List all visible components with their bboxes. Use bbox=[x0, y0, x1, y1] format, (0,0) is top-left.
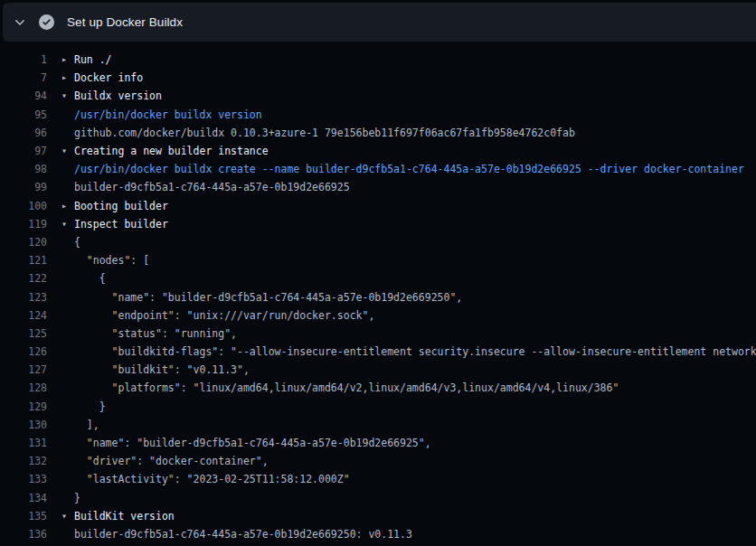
log-line[interactable]: 135 ▾ BuildKit version bbox=[0, 507, 756, 525]
log-line: 126 "buildkitd-flags": "--allow-insecure… bbox=[0, 343, 756, 361]
line-text: "platforms": "linux/amd64,linux/amd64/v2… bbox=[74, 381, 756, 394]
line-text: "lastActivity": "2023-02-25T11:58:12.000… bbox=[74, 473, 756, 485]
line-text: Inspect builder bbox=[74, 218, 756, 231]
line-number[interactable]: 133 bbox=[0, 473, 47, 485]
log-line: 136 builder-d9cfb5a1-c764-445a-a57e-0b19… bbox=[0, 525, 756, 543]
log-line[interactable]: 100 ▸ Booting builder bbox=[0, 197, 756, 215]
line-text: { bbox=[74, 236, 756, 249]
line-number[interactable]: 96 bbox=[0, 127, 47, 139]
line-number[interactable]: 120 bbox=[0, 236, 47, 249]
log-line: 133 "lastActivity": "2023-02-25T11:58:12… bbox=[0, 470, 756, 488]
line-number[interactable]: 99 bbox=[0, 181, 47, 193]
log-line: 95 /usr/bin/docker buildx version bbox=[0, 106, 756, 124]
line-text: Booting builder bbox=[74, 200, 756, 212]
group-collapsed-icon[interactable]: ▸ bbox=[61, 51, 74, 69]
group-collapsed-icon[interactable]: ▸ bbox=[61, 69, 74, 87]
line-text: github.com/docker/buildx 0.10.3+azure-1 … bbox=[74, 127, 756, 139]
line-number[interactable]: 123 bbox=[0, 291, 47, 304]
group-expanded-icon[interactable]: ▾ bbox=[61, 142, 74, 160]
line-text: } bbox=[74, 400, 756, 413]
log-line: 125 "status": "running", bbox=[0, 325, 756, 343]
line-number[interactable]: 119 bbox=[0, 218, 47, 231]
line-number[interactable]: 97 bbox=[0, 145, 47, 157]
log-line[interactable]: 97 ▾ Creating a new builder instance bbox=[0, 142, 756, 160]
step-title: Set up Docker Buildx bbox=[67, 15, 183, 29]
line-text: "driver": "docker-container", bbox=[74, 455, 756, 467]
line-text: /usr/bin/docker buildx create --name bui… bbox=[74, 163, 756, 175]
log-line: 132 "driver": "docker-container", bbox=[0, 452, 756, 470]
line-number[interactable]: 121 bbox=[0, 254, 47, 267]
line-number[interactable]: 135 bbox=[0, 510, 47, 522]
line-text: Docker info bbox=[74, 71, 756, 84]
check-circle-icon bbox=[39, 14, 54, 30]
line-text: Creating a new builder instance bbox=[74, 145, 756, 157]
line-number[interactable]: 132 bbox=[0, 455, 47, 467]
line-number[interactable]: 98 bbox=[0, 163, 47, 175]
line-number[interactable]: 126 bbox=[0, 345, 47, 358]
line-text: "buildkitd-flags": "--allow-insecure-ent… bbox=[74, 345, 756, 358]
log-line: 122 { bbox=[0, 269, 756, 287]
log-line: 124 "endpoint": "unix:///var/run/docker.… bbox=[0, 306, 756, 325]
line-number[interactable]: 127 bbox=[0, 363, 47, 376]
line-number[interactable]: 129 bbox=[0, 400, 47, 413]
line-number[interactable]: 1 bbox=[0, 53, 47, 66]
line-text: "buildkit": "v0.11.3", bbox=[74, 363, 756, 376]
log-line: 127 "buildkit": "v0.11.3", bbox=[0, 361, 756, 379]
line-number[interactable]: 100 bbox=[0, 200, 47, 212]
log-line: 134 } bbox=[0, 489, 756, 507]
log-line[interactable]: 119 ▾ Inspect builder bbox=[0, 215, 756, 233]
log-line[interactable]: 1 ▸ Run ./ bbox=[0, 51, 756, 69]
group-expanded-icon[interactable]: ▾ bbox=[61, 87, 74, 105]
log-line: 129 } bbox=[0, 398, 756, 416]
line-number[interactable]: 125 bbox=[0, 327, 47, 340]
line-number[interactable]: 131 bbox=[0, 437, 47, 449]
line-text: BuildKit version bbox=[74, 510, 756, 522]
line-number[interactable]: 128 bbox=[0, 381, 47, 394]
line-text: { bbox=[74, 272, 756, 285]
log-line: 131 "name": "builder-d9cfb5a1-c764-445a-… bbox=[0, 434, 756, 452]
line-text: "endpoint": "unix:///var/run/docker.sock… bbox=[74, 309, 756, 322]
line-text: "nodes": [ bbox=[74, 254, 756, 267]
line-text: } bbox=[74, 492, 756, 504]
line-number[interactable]: 94 bbox=[0, 89, 47, 102]
line-text: "name": "builder-d9cfb5a1-c764-445a-a57e… bbox=[74, 437, 756, 449]
log-line: 96 github.com/docker/buildx 0.10.3+azure… bbox=[0, 124, 756, 142]
line-text: ], bbox=[74, 419, 756, 431]
group-collapsed-icon[interactable]: ▸ bbox=[61, 197, 74, 215]
log-line: 99 builder-d9cfb5a1-c764-445a-a57e-0b19d… bbox=[0, 178, 756, 196]
log-body: 1 ▸ Run ./ 7 ▸ Docker info 94 ▾ Buildx v… bbox=[0, 42, 756, 543]
line-number[interactable]: 122 bbox=[0, 272, 47, 285]
line-text: /usr/bin/docker buildx version bbox=[74, 108, 756, 121]
line-text: "name": "builder-d9cfb5a1-c764-445a-a57e… bbox=[74, 291, 756, 304]
line-number[interactable]: 124 bbox=[0, 309, 47, 322]
log-line: 130 ], bbox=[0, 416, 756, 434]
log-line: 98 /usr/bin/docker buildx create --name … bbox=[0, 160, 756, 178]
log-line: 128 "platforms": "linux/amd64,linux/amd6… bbox=[0, 379, 756, 397]
line-text: builder-d9cfb5a1-c764-445a-a57e-0b19d2e6… bbox=[74, 528, 756, 541]
log-line: 120 { bbox=[0, 233, 756, 251]
actions-log-viewer: Set up Docker Buildx 1 ▸ Run ./ 7 ▸ Dock… bbox=[0, 3, 756, 543]
chevron-down-icon[interactable] bbox=[13, 15, 27, 30]
step-header[interactable]: Set up Docker Buildx bbox=[3, 3, 756, 42]
line-text: "status": "running", bbox=[74, 327, 756, 340]
line-number[interactable]: 134 bbox=[0, 492, 47, 504]
line-number[interactable]: 136 bbox=[0, 528, 47, 541]
line-number[interactable]: 7 bbox=[0, 71, 47, 84]
line-text: Buildx version bbox=[74, 89, 756, 102]
line-text: builder-d9cfb5a1-c764-445a-a57e-0b19d2e6… bbox=[74, 181, 756, 193]
log-line[interactable]: 7 ▸ Docker info bbox=[0, 69, 756, 87]
line-number[interactable]: 130 bbox=[0, 419, 47, 431]
log-line: 121 "nodes": [ bbox=[0, 251, 756, 269]
group-expanded-icon[interactable]: ▾ bbox=[61, 507, 74, 525]
line-number[interactable]: 95 bbox=[0, 108, 47, 121]
line-text: Run ./ bbox=[74, 53, 756, 66]
log-line: 123 "name": "builder-d9cfb5a1-c764-445a-… bbox=[0, 287, 756, 306]
group-expanded-icon[interactable]: ▾ bbox=[61, 215, 74, 233]
log-line[interactable]: 94 ▾ Buildx version bbox=[0, 87, 756, 105]
